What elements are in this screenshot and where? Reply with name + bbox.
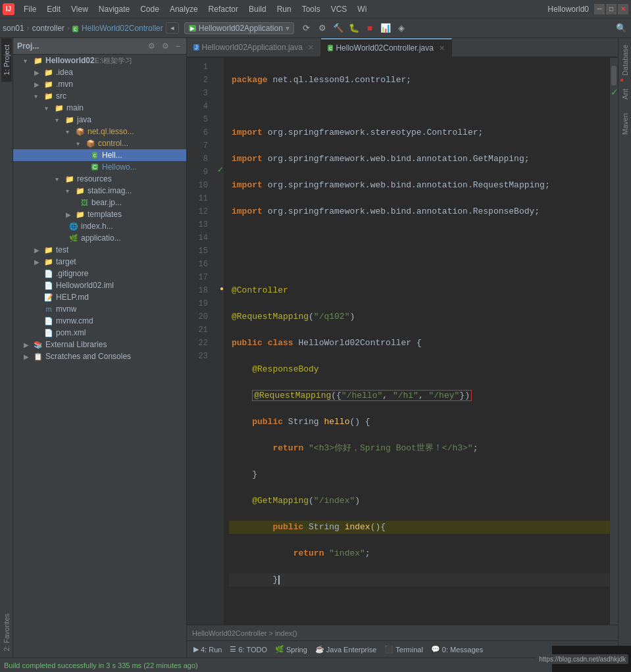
tree-resources[interactable]: ▾ 📁 resources bbox=[13, 173, 186, 185]
right-scrollbar[interactable]: ✓ bbox=[610, 58, 618, 625]
stop-button[interactable]: ■ bbox=[363, 21, 377, 36]
tree-index-html[interactable]: 🌐 index.h... bbox=[13, 220, 186, 232]
code-line-18: public String index(){ bbox=[229, 521, 610, 534]
tree-main[interactable]: ▾ 📁 main bbox=[13, 102, 186, 114]
menu-file[interactable]: File bbox=[18, 3, 41, 15]
menu-code[interactable]: Code bbox=[135, 3, 164, 15]
project-tree: ▾ 📁 Helloworld02 E:\框架学习 ▶ 📁 .idea ▶ 📁 .… bbox=[13, 55, 186, 658]
tree-package-controller[interactable]: ▾ 📦 control... bbox=[13, 137, 186, 149]
menu-navigate[interactable]: Navigate bbox=[93, 3, 135, 15]
code-line-12: @ResponseBody bbox=[229, 363, 610, 376]
tab-close-2[interactable]: ✕ bbox=[439, 44, 445, 53]
minimize-button[interactable]: ─ bbox=[594, 4, 605, 14]
breadcrumb-root[interactable]: son01 bbox=[3, 24, 24, 33]
tab-class-icon: c bbox=[328, 45, 334, 51]
favorites-tab[interactable]: 2: Favorites bbox=[1, 607, 12, 658]
app-icon: IJ bbox=[3, 3, 14, 15]
build-button[interactable]: 🔨 bbox=[331, 21, 345, 36]
debug-button[interactable]: 🐛 bbox=[347, 21, 361, 36]
tree-test[interactable]: ▶ 📁 test bbox=[13, 244, 186, 256]
tree-external-libs[interactable]: ▶ 📚 External Libraries bbox=[13, 339, 186, 350]
code-editor: 1 2 3 4 5 6 7 8 9 10 11 12 13 14 15 16 1… bbox=[187, 58, 618, 625]
collapse-panel-button[interactable]: – bbox=[174, 41, 182, 51]
tree-java[interactable]: ▾ 📁 java bbox=[13, 114, 186, 126]
tree-pom-xml[interactable]: 📄 pom.xml bbox=[13, 327, 186, 339]
menu-view[interactable]: View bbox=[66, 3, 93, 15]
menu-vcs[interactable]: VCS bbox=[326, 3, 353, 15]
tree-mvnw-cmd[interactable]: 📄 mvnw.cmd bbox=[13, 315, 186, 327]
coverage-button[interactable]: 📊 bbox=[378, 21, 393, 36]
code-line-21 bbox=[229, 600, 610, 613]
tree-idea[interactable]: ▶ 📁 .idea bbox=[13, 66, 186, 78]
menu-edit[interactable]: Edit bbox=[41, 3, 66, 15]
refresh-button[interactable]: ⟳ bbox=[299, 21, 314, 36]
maven-tab[interactable]: Maven bbox=[620, 107, 630, 141]
settings-panel-button[interactable]: ⚙ bbox=[160, 41, 171, 51]
tab-helloworld02controller[interactable]: c HelloWorld02Controller.java ✕ bbox=[321, 38, 452, 57]
todo-icon: ☰ bbox=[230, 645, 236, 654]
terminal-button[interactable]: ⬛ Terminal bbox=[382, 644, 426, 655]
project-tab[interactable]: 1: Project bbox=[1, 38, 12, 82]
tree-static[interactable]: ▾ 📁 static.imag... bbox=[13, 185, 186, 197]
breadcrumb-controller[interactable]: controller bbox=[32, 24, 64, 33]
tree-bear-image[interactable]: 🖼 bear.jp... bbox=[13, 197, 186, 208]
run-tool-button[interactable]: ▶ 4: Run bbox=[191, 644, 224, 655]
tree-templates[interactable]: ▶ 📁 templates bbox=[13, 208, 186, 220]
menu-tools[interactable]: Tools bbox=[297, 3, 326, 15]
code-line-15: return "<h3>你好，Spring Boot世界！</h3>"; bbox=[229, 442, 610, 455]
messages-button[interactable]: 💬 0: Messages bbox=[428, 644, 486, 655]
todo-button[interactable]: ☰ 6: TODO bbox=[227, 644, 270, 655]
status-message: Build completed successfully in 3 s 335 … bbox=[4, 661, 585, 669]
database-tab[interactable]: Database bbox=[620, 38, 630, 82]
spring-button[interactable]: 🌿 Spring bbox=[272, 644, 310, 655]
menu-analyze[interactable]: Analyze bbox=[164, 3, 203, 15]
line-gutter: ✓ ● bbox=[213, 58, 224, 625]
tab-close-1[interactable]: ✕ bbox=[308, 43, 314, 52]
csdn-link[interactable]: https://blog.csdn.net/asdhkjdk bbox=[536, 654, 628, 664]
menu-run[interactable]: Run bbox=[272, 3, 297, 15]
code-line-19: return "index"; bbox=[229, 547, 610, 560]
nav-breadcrumb: son01 › controller › c HelloWorld02Contr… bbox=[3, 24, 163, 33]
code-content[interactable]: package net.ql.lesson01.controller; impo… bbox=[224, 58, 610, 625]
sync-panel-button[interactable]: ⚙ bbox=[146, 41, 157, 51]
tree-scratches[interactable]: ▶ 📋 Scratches and Consoles bbox=[13, 350, 186, 362]
back-button[interactable]: ◂ bbox=[166, 22, 179, 34]
menu-wi[interactable]: Wi bbox=[352, 3, 372, 15]
java-enterprise-icon: ☕ bbox=[315, 645, 324, 654]
code-line-3: import org.springframework.stereotype.Co… bbox=[229, 126, 610, 139]
right-vtabs: Database Ant Maven bbox=[618, 38, 631, 658]
tree-target[interactable]: ▶ 📁 target bbox=[13, 256, 186, 268]
close-button[interactable]: ✕ bbox=[618, 4, 628, 14]
messages-icon: 💬 bbox=[431, 645, 440, 654]
tree-package-root[interactable]: ▾ 📦 net.ql.lesso... bbox=[13, 126, 186, 137]
code-line-14: public String hello() { bbox=[229, 416, 610, 429]
tree-class-helloworld02controller[interactable]: c Hell... bbox=[13, 149, 186, 161]
tree-help-md[interactable]: 📝 HELP.md bbox=[13, 291, 186, 303]
run-config-selector[interactable]: ▶ Helloworld02Application ▾ bbox=[184, 22, 294, 34]
tree-src[interactable]: ▾ 📁 src bbox=[13, 90, 186, 102]
tree-iml[interactable]: 📄 Helloworld02.iml bbox=[13, 279, 186, 291]
tree-mvnw[interactable]: m mvnw bbox=[13, 303, 186, 315]
tree-root[interactable]: ▾ 📁 Helloworld02 E:\框架学习 bbox=[13, 55, 186, 66]
menu-refactor[interactable]: Refactor bbox=[203, 3, 243, 15]
bottom-right-area: https://blog.csdn.net/asdhkjdk bbox=[552, 646, 631, 672]
tab-bar: J Helloworld02Application.java ✕ c Hello… bbox=[187, 38, 618, 58]
search-button[interactable]: 🔍 bbox=[614, 21, 628, 36]
tree-mvn[interactable]: ▶ 📁 .mvn bbox=[13, 78, 186, 90]
code-line-4: import org.springframework.web.bind.anno… bbox=[229, 153, 610, 166]
main-area: 1: Project 2: Favorites Proj... ⚙ ⚙ – ▾ … bbox=[0, 38, 631, 658]
menu-build[interactable]: Build bbox=[243, 3, 272, 15]
tree-application-properties[interactable]: 🌿 applicatio... bbox=[13, 232, 186, 244]
settings-button[interactable]: ⚙ bbox=[315, 21, 330, 36]
ant-tab[interactable]: Ant bbox=[620, 82, 630, 107]
code-line-17: @GetMapping("/index") bbox=[229, 494, 610, 508]
panel-title: Proj... bbox=[17, 41, 143, 51]
java-enterprise-button[interactable]: ☕ Java Enterprise bbox=[313, 644, 379, 655]
breadcrumb-class[interactable]: c HelloWorld02Controller bbox=[72, 24, 163, 33]
tree-class-helloworld02app[interactable]: C Hellowo... bbox=[13, 161, 186, 173]
maximize-button[interactable]: □ bbox=[606, 4, 617, 14]
tree-gitignore[interactable]: 📄 .gitignore bbox=[13, 268, 186, 279]
profile-button[interactable]: ◈ bbox=[394, 21, 409, 36]
tab-helloworld02application[interactable]: J Helloworld02Application.java ✕ bbox=[187, 38, 321, 57]
code-line-20: } bbox=[229, 573, 610, 587]
